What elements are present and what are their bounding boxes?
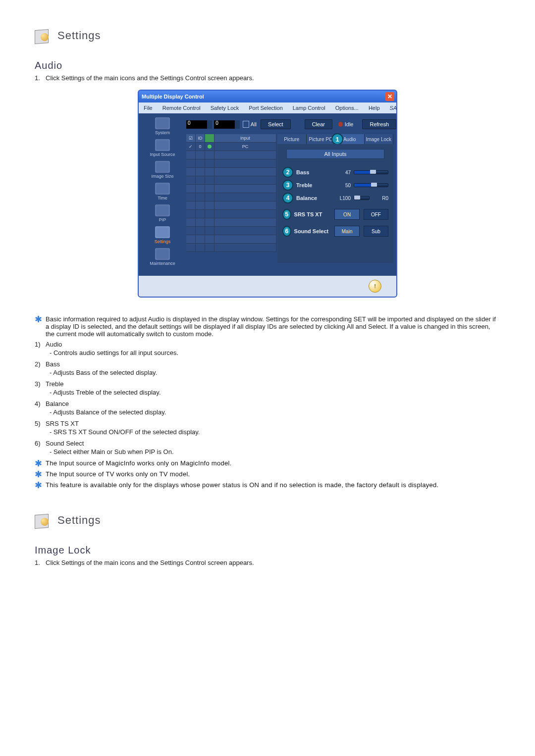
star-icon: ✱	[35, 470, 46, 478]
lead-text: 1.Click Settings of the main icons and t…	[35, 559, 500, 566]
menu-lamp[interactable]: Lamp Control	[288, 105, 330, 111]
menu-safety[interactable]: Safety Lock	[206, 105, 244, 111]
label-srs: SRS TS XT	[294, 211, 331, 217]
window-titlebar: Multiple Display Control ✕	[139, 91, 396, 102]
menu-port[interactable]: Port Selection	[244, 105, 287, 111]
sidenav-maintenance[interactable]: Maintenance	[143, 248, 182, 266]
input-icon	[155, 139, 170, 151]
label-bass: Bass	[296, 169, 331, 175]
col-id: ID	[196, 134, 205, 142]
image-icon	[155, 161, 170, 173]
status-bar: !	[139, 276, 396, 297]
label-sound: Sound Select	[294, 228, 331, 234]
note-text: Basic information required to adjust Aud…	[46, 315, 500, 338]
value-treble: 50	[331, 183, 354, 188]
all-checkbox[interactable]	[243, 121, 249, 128]
lead-body: Click Settings of the main icons and the…	[46, 559, 254, 566]
work-area: 0 0 All Select Clear Idle Refresh System…	[139, 113, 396, 276]
audio-panel: All Inputs 2 Bass 47 3 Treble 50 4 Balan…	[277, 144, 393, 263]
sound-main-button[interactable]: Main	[334, 226, 359, 237]
grid-row	[186, 176, 276, 185]
row-check[interactable]: ✓	[186, 143, 196, 151]
subsection-audio: Audio	[35, 60, 500, 71]
chevron-down-icon[interactable]	[207, 120, 213, 129]
menu-file[interactable]: File	[139, 105, 158, 111]
item-2: 2)Bass- Adjusts Bass of the selected dis…	[35, 360, 500, 376]
grid-row	[186, 218, 276, 227]
value-balance-right: R0	[370, 196, 388, 201]
row-status	[205, 143, 214, 151]
sidenav-settings[interactable]: Settings	[143, 226, 182, 244]
badge-4: 4	[282, 193, 293, 203]
row-bass: 2 Bass 47	[282, 166, 388, 179]
grid-row	[186, 151, 276, 159]
time-icon	[155, 183, 170, 195]
menu-remote[interactable]: Remote Control	[158, 105, 206, 111]
idle-dot-icon	[338, 122, 343, 127]
grid-row	[186, 193, 276, 202]
section-title: Settings	[57, 29, 101, 42]
subsection-image-lock: Image Lock	[35, 545, 500, 556]
select-button[interactable]: Select	[261, 119, 291, 129]
badge-6: 6	[282, 226, 291, 237]
settings-nav-icon	[155, 226, 170, 238]
note-tv: ✱The Input source of TV works only on TV…	[35, 470, 500, 478]
slider-balance[interactable]	[354, 196, 370, 200]
maintenance-icon	[155, 248, 170, 260]
menu-bar: File Remote Control Safety Lock Port Sel…	[139, 102, 396, 113]
brand-label: SAMSUNG DIGITall	[385, 105, 398, 111]
srs-on-button[interactable]: ON	[334, 209, 359, 220]
grid-row	[186, 210, 276, 218]
badge-5: 5	[282, 209, 291, 220]
settings-icon	[35, 27, 52, 44]
sound-sub-button[interactable]: Sub	[364, 226, 388, 237]
grid-row	[186, 227, 276, 235]
label-treble: Treble	[296, 182, 331, 188]
tab-audio[interactable]: 1 Audio	[335, 134, 365, 144]
slider-treble[interactable]	[354, 183, 388, 187]
sidenav-input[interactable]: Input Source	[143, 139, 182, 157]
col-status	[205, 134, 214, 142]
display-grid: ☑ ID Input ✓ 0 PC	[186, 134, 276, 252]
slider-bass[interactable]	[354, 170, 388, 174]
sidenav-pip[interactable]: PIP	[143, 204, 182, 222]
section-title: Settings	[57, 514, 101, 527]
id-from[interactable]: 0	[186, 120, 207, 129]
grid-row	[186, 235, 276, 244]
tab-picture[interactable]: Picture	[277, 134, 307, 144]
menu-help[interactable]: Help	[364, 105, 385, 111]
row-id: 0	[196, 143, 205, 151]
sidenav-time[interactable]: Time	[143, 183, 182, 201]
id-to[interactable]: 0	[214, 120, 235, 129]
item-3: 3)Treble- Adjusts Treble of the selected…	[35, 380, 500, 396]
grid-row	[186, 244, 276, 252]
refresh-button[interactable]: Refresh	[362, 119, 396, 129]
row-treble: 3 Treble 50	[282, 179, 388, 192]
item-6: 6)Sound Select- Select either Main or Su…	[35, 440, 500, 455]
value-bass: 47	[331, 170, 354, 175]
lead-num: 1.	[35, 74, 46, 82]
item-1: 1)Audio- Controls audio settings for all…	[35, 341, 500, 356]
all-inputs-button[interactable]: All Inputs	[286, 149, 384, 159]
sidenav-image-size[interactable]: Image Size	[143, 161, 182, 179]
chevron-down-icon[interactable]	[235, 120, 240, 129]
note-feature: ✱This feature is available only for the …	[35, 481, 500, 489]
value-balance-left: L100	[331, 196, 354, 201]
section-header: Settings	[35, 27, 500, 44]
srs-off-button[interactable]: OFF	[364, 209, 388, 220]
col-check: ☑	[186, 134, 196, 142]
grid-row[interactable]: ✓ 0 PC	[186, 143, 276, 151]
grid-header: ☑ ID Input	[186, 134, 276, 143]
label-balance: Balance	[296, 195, 331, 201]
note-magicinfo: ✱The Input source of MagicInfo works onl…	[35, 459, 500, 467]
clear-button[interactable]: Clear	[305, 119, 332, 129]
idle-label: Idle	[345, 121, 354, 127]
grid-row	[186, 168, 276, 176]
close-icon[interactable]: ✕	[385, 92, 394, 101]
item-4: 4)Balance- Adjusts Balance of the select…	[35, 400, 500, 416]
sidenav-system[interactable]: System	[143, 117, 182, 135]
tab-image-lock[interactable]: Image Lock	[365, 134, 394, 144]
note-basic: ✱ Basic information required to adjust A…	[35, 315, 500, 338]
grid-row	[186, 159, 276, 168]
menu-options[interactable]: Options...	[330, 105, 364, 111]
